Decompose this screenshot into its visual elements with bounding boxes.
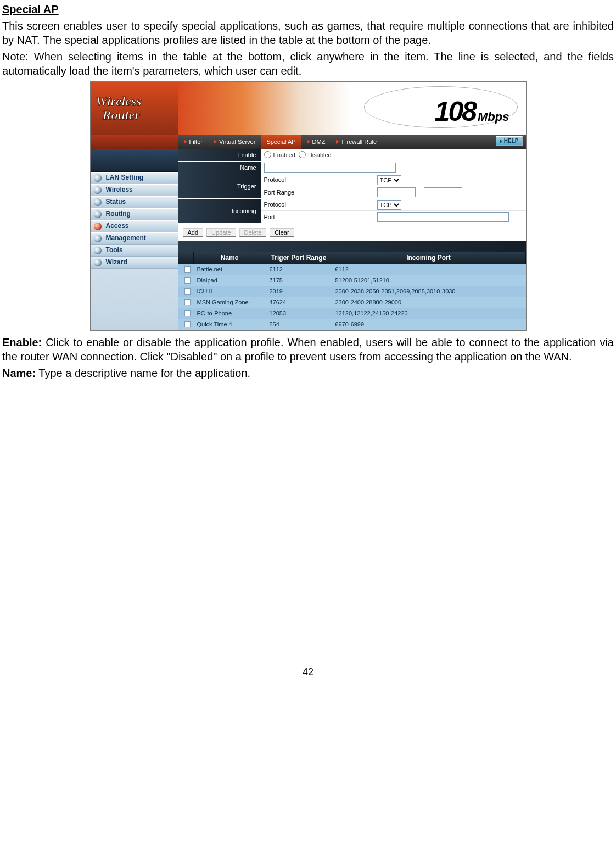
tab-special-ap[interactable]: Special AP: [261, 135, 301, 149]
clear-button[interactable]: Clear: [270, 228, 294, 237]
table-row[interactable]: MSN Gaming Zone476242300-2400,28800-2900…: [178, 297, 526, 308]
row-incoming: 6112: [332, 264, 526, 275]
arrow-right-icon: [184, 140, 187, 144]
name-field-description: Name: Type a descriptive name for the ap…: [2, 366, 614, 380]
trigger-port-to-input[interactable]: [424, 187, 462, 197]
tab-filter[interactable]: Filter: [178, 135, 208, 149]
incoming-port-input[interactable]: [377, 212, 509, 222]
row-trigger: 12053: [266, 308, 332, 319]
row-incoming: 2300-2400,28800-29000: [332, 297, 526, 308]
table-row[interactable]: ICU II20192000-2038,2050-2051,2069,2085,…: [178, 286, 526, 297]
sidebar-item-label: Wireless: [106, 186, 133, 195]
checkbox-icon[interactable]: [184, 266, 191, 273]
enable-field-label: Enable:: [2, 336, 42, 348]
table-row[interactable]: Battle.net61126112: [178, 264, 526, 275]
enabled-radio[interactable]: [264, 151, 271, 158]
sidebar-item-label: Routing: [106, 210, 131, 219]
incoming-row-label: Incoming: [178, 199, 261, 223]
tab-virtual-server-label: Virtual Server: [219, 138, 255, 146]
enabled-radio-label: Enabled: [273, 151, 295, 159]
table-header: Name Triger Port Range Incoming Port: [178, 252, 526, 264]
bullet-icon: [94, 198, 102, 206]
arrow-right-icon: [336, 140, 339, 144]
incoming-protocol-select[interactable]: TCP: [377, 200, 401, 210]
tab-filter-label: Filter: [189, 138, 203, 146]
tab-dmz[interactable]: DMZ: [301, 135, 331, 149]
trigger-protocol-select[interactable]: TCP: [377, 175, 401, 185]
sidebar-item-label: Tools: [106, 246, 123, 255]
row-incoming: 2000-2038,2050-2051,2069,2085,3010-3030: [332, 286, 526, 297]
sidebar-item-tools[interactable]: Tools: [91, 245, 178, 257]
checkbox-icon[interactable]: [184, 321, 191, 327]
bullet-icon: [94, 186, 102, 194]
checkbox-icon[interactable]: [184, 288, 191, 295]
row-name: ICU II: [194, 286, 266, 297]
disabled-radio-label: Disabled: [308, 151, 332, 159]
table-header-checkbox: [178, 252, 194, 264]
sidebar-item-label: Wizard: [106, 258, 127, 267]
table-header-trigger: Triger Port Range: [266, 252, 332, 264]
row-checkbox-cell: [178, 264, 194, 275]
table-header-name: Name: [194, 252, 266, 264]
row-name: MSN Gaming Zone: [194, 297, 266, 308]
row-name: PC-to-Phone: [194, 308, 266, 319]
checkbox-icon[interactable]: [184, 277, 191, 284]
sidebar-item-management[interactable]: Management: [91, 232, 178, 245]
bullet-icon: [94, 247, 102, 254]
tab-special-ap-label: Special AP: [266, 138, 295, 146]
form-area: Enable Enabled Disabled Name Trigger: [178, 149, 526, 330]
incoming-protocol-label: Protocol: [264, 201, 374, 208]
banner-logo-number: 108: [435, 94, 475, 130]
name-input[interactable]: [264, 163, 396, 173]
banner-logo-unit: Mbps: [478, 109, 509, 125]
sidebar-item-access[interactable]: Access: [91, 220, 178, 232]
tab-firewall-rule-label: Firewall Rule: [341, 138, 377, 146]
row-incoming: 51200-51201,51210: [332, 275, 526, 286]
update-button[interactable]: Update: [206, 228, 236, 237]
table-row[interactable]: Quick Time 45546970-6999: [178, 319, 526, 330]
disabled-radio[interactable]: [299, 151, 306, 158]
table-row[interactable]: PC-to-Phone1205312120,12122,24150-24220: [178, 308, 526, 319]
tab-dmz-label: DMZ: [312, 138, 326, 146]
bullet-icon: [94, 259, 102, 266]
checkbox-icon[interactable]: [184, 299, 191, 305]
sidebar-top-gap: [91, 149, 178, 172]
bullet-icon: [94, 223, 102, 230]
sidebar-item-label: Management: [106, 234, 146, 243]
tab-firewall-rule[interactable]: Firewall Rule: [331, 135, 382, 149]
delete-button[interactable]: Delete: [239, 228, 267, 237]
table-body: Battle.net61126112Dialpad717551200-51201…: [178, 264, 526, 330]
brand-line2: Router: [103, 107, 178, 124]
row-name: Battle.net: [194, 264, 266, 275]
sidebar-item-label: Access: [106, 222, 129, 231]
sidebar-item-label: LAN Setting: [106, 174, 144, 182]
row-name: Dialpad: [194, 275, 266, 286]
row-trigger: 2019: [266, 286, 332, 297]
banner-brand: Wireless Router: [91, 82, 178, 135]
checkbox-icon[interactable]: [184, 310, 191, 316]
enable-field-text: Click to enable or disable the applicati…: [2, 336, 614, 363]
tabbar-left-spacer: [91, 135, 178, 149]
help-button[interactable]: HELP: [496, 136, 523, 146]
add-button[interactable]: Add: [183, 228, 204, 237]
trigger-port-from-input[interactable]: [377, 187, 416, 197]
intro-paragraph-1: This screen enables user to specify spec…: [2, 19, 614, 47]
dark-separator: [178, 241, 526, 252]
row-trigger: 6112: [266, 264, 332, 275]
sidebar-item-routing[interactable]: Routing: [91, 208, 178, 220]
table-row[interactable]: Dialpad717551200-51201,51210: [178, 275, 526, 286]
page-number: 42: [0, 666, 616, 679]
arrow-right-icon: [214, 140, 217, 144]
bullet-icon: [94, 174, 102, 182]
banner: Wireless Router 108 Mbps: [91, 82, 526, 135]
router-screenshot: Wireless Router 108 Mbps Filter Virtual …: [90, 81, 527, 331]
range-separator: -: [419, 188, 421, 196]
sidebar-item-wireless[interactable]: Wireless: [91, 184, 178, 196]
tab-virtual-server[interactable]: Virtual Server: [208, 135, 261, 149]
sidebar-item-lan-setting[interactable]: LAN Setting: [91, 172, 178, 184]
row-trigger: 554: [266, 319, 332, 330]
sidebar-item-status[interactable]: Status: [91, 196, 178, 208]
enable-row-label: Enable: [178, 149, 261, 161]
sidebar-item-wizard[interactable]: Wizard: [91, 257, 178, 269]
trigger-port-range-label: Port Range: [264, 188, 374, 196]
